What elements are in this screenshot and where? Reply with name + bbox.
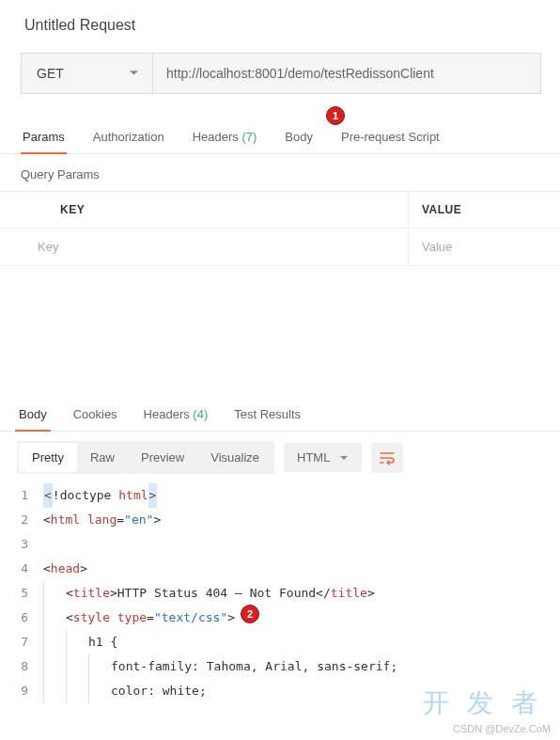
- query-params-table: KEY VALUE Key Value: [0, 191, 560, 266]
- code-line: 1<!doctype html>: [0, 483, 560, 508]
- resp-tab-headers[interactable]: Headers (4): [140, 398, 212, 431]
- annotation-badge-1: 1: [326, 106, 345, 125]
- qp-col-value: VALUE: [409, 192, 560, 228]
- response-toolbar: PrettyRawPreviewVisualize HTML: [0, 432, 560, 483]
- chevron-down-icon: [339, 453, 349, 463]
- line-number: 4: [0, 557, 43, 581]
- line-number: 6: [0, 606, 43, 630]
- request-tabs: ParamsAuthorizationHeaders (7)BodyPre-re…: [0, 120, 560, 154]
- tab-count: (7): [239, 130, 257, 144]
- tab-count: (4): [190, 407, 209, 421]
- line-number: 7: [0, 630, 43, 654]
- qp-header-row: KEY VALUE: [0, 192, 560, 228]
- line-number: 2: [0, 508, 43, 532]
- tab-body[interactable]: Body: [283, 120, 315, 153]
- method-url-bar: GET http://localhost:8001/demo/testRedis…: [21, 53, 541, 94]
- line-number: 3: [0, 532, 43, 557]
- tab-pre-request-script[interactable]: Pre-request Script: [339, 120, 442, 153]
- chevron-down-icon: [129, 66, 139, 81]
- line-number: 9: [0, 679, 43, 703]
- line-number: 1: [0, 483, 43, 508]
- line-content[interactable]: <style type="text/css">: [43, 606, 560, 630]
- code-line: 6<style type="text/css">: [0, 606, 560, 630]
- resp-tab-test-results[interactable]: Test Results: [230, 398, 304, 431]
- line-content[interactable]: <!doctype html>: [43, 483, 560, 508]
- qp-key-input[interactable]: Key: [0, 228, 409, 265]
- qp-input-row: Key Value: [0, 228, 560, 265]
- tab-authorization[interactable]: Authorization: [91, 120, 166, 153]
- line-number: 8: [0, 654, 43, 679]
- format-select[interactable]: HTML: [284, 443, 362, 472]
- wrap-icon: [379, 450, 396, 465]
- view-visualize[interactable]: Visualize: [197, 443, 272, 472]
- view-pretty[interactable]: Pretty: [19, 443, 77, 472]
- resp-tab-body[interactable]: Body: [15, 398, 51, 431]
- url-value: http://localhost:8001/demo/testRedissonC…: [166, 66, 434, 81]
- qp-col-key: KEY: [0, 192, 409, 228]
- watermark-sub: CSDN @DevZe.CoM: [453, 723, 551, 734]
- line-content[interactable]: [43, 532, 560, 557]
- view-raw[interactable]: Raw: [77, 443, 128, 472]
- line-content[interactable]: <html lang="en">: [43, 508, 560, 532]
- response-tabs: BodyCookiesHeaders (4)Test Results: [0, 398, 560, 432]
- response-code: 1<!doctype html>2<html lang="en">34<head…: [0, 483, 560, 703]
- watermark-main: 开 发 者: [423, 685, 543, 721]
- http-method-select[interactable]: GET: [22, 54, 153, 93]
- line-number: 5: [0, 581, 43, 606]
- tab-headers[interactable]: Headers (7): [191, 120, 259, 153]
- query-params-header: Query Params: [0, 154, 560, 191]
- request-title: Untitled Request: [0, 0, 560, 53]
- code-line: 7h1 {: [0, 630, 560, 654]
- code-line: 4<head>: [0, 557, 560, 581]
- view-preview[interactable]: Preview: [128, 443, 197, 472]
- qp-value-input[interactable]: Value: [409, 228, 560, 265]
- format-label: HTML: [297, 450, 330, 464]
- line-content[interactable]: <head>: [43, 557, 560, 581]
- line-content[interactable]: h1 {: [43, 630, 560, 654]
- line-content[interactable]: font-family: Tahoma, Arial, sans-serif;: [43, 654, 560, 679]
- code-line: 8font-family: Tahoma, Arial, sans-serif;: [0, 654, 560, 679]
- resp-tab-cookies[interactable]: Cookies: [70, 398, 121, 431]
- line-content[interactable]: <title>HTTP Status 404 – Not Found</titl…: [43, 581, 560, 606]
- tab-params[interactable]: Params: [21, 120, 67, 153]
- view-mode-group: PrettyRawPreviewVisualize: [17, 441, 274, 474]
- http-method-label: GET: [37, 66, 64, 81]
- code-line: 2<html lang="en">: [0, 508, 560, 532]
- code-line: 3: [0, 532, 560, 557]
- annotation-badge-2: 2: [241, 605, 259, 623]
- wrap-button[interactable]: [371, 443, 403, 473]
- code-line: 5<title>HTTP Status 404 – Not Found</tit…: [0, 581, 560, 606]
- url-input[interactable]: http://localhost:8001/demo/testRedissonC…: [153, 54, 540, 93]
